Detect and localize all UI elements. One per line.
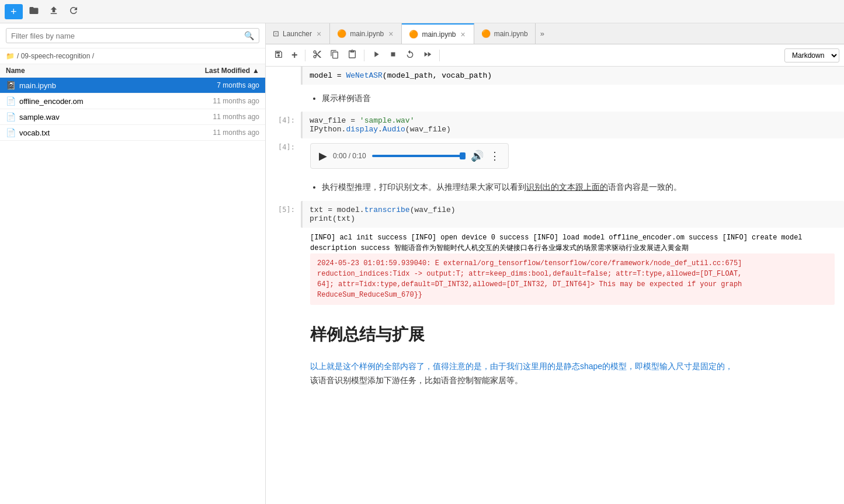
tab-main3[interactable]: 🟠 main.ipynb bbox=[474, 23, 536, 44]
main3-tab-label: main.ipynb bbox=[494, 30, 528, 38]
file-modified-vocab: 11 months ago bbox=[166, 128, 259, 137]
stop-button[interactable] bbox=[385, 48, 401, 62]
main2-tab-icon: 🟠 bbox=[409, 30, 418, 39]
file-modified-main: 7 months ago bbox=[166, 81, 259, 89]
file-modified-wav: 11 months ago bbox=[166, 113, 259, 121]
markdown-bullet-1: 展示样例语音 bbox=[322, 92, 835, 105]
tab-launcher[interactable]: ⊡ Launcher × bbox=[266, 23, 330, 44]
file-name-wav: sample.wav bbox=[19, 113, 166, 121]
cell-markdown-2: 执行模型推理，打印识别文本。从推理结果大家可以看到识别出的文本跟上面的语音内容是… bbox=[266, 173, 844, 200]
cell-content-audio4: ▶ 0:00 / 0:10 🔊 ⋮ bbox=[301, 138, 844, 173]
cell-content-md2: 执行模型推理，打印识别文本。从推理结果大家可以看到识别出的文本跟上面的语音内容是… bbox=[301, 173, 844, 200]
cell-content-truncated[interactable]: model = WeNetASR(model_path, vocab_path) bbox=[301, 67, 844, 85]
restart-button[interactable] bbox=[402, 47, 418, 63]
folder-button[interactable] bbox=[25, 3, 43, 20]
audio-time: 0:00 / 0:10 bbox=[333, 152, 366, 160]
file-icon-wav: 📄 bbox=[6, 112, 16, 121]
section-body-text: 以上就是这个样例的全部内容了，值得注意的是，由于我们这里用的是静态shape的模… bbox=[310, 360, 835, 388]
file-icon-om: 📄 bbox=[6, 96, 16, 106]
copy-button[interactable] bbox=[327, 47, 343, 63]
cell-content-code-5[interactable]: txt = model.transcribe(wav_file) print(t… bbox=[301, 201, 844, 228]
cell-gutter-md1 bbox=[266, 85, 301, 112]
cell-content-output5: [INFO] acl init success [INFO] open devi… bbox=[301, 228, 844, 310]
file-list-header: Name Last Modified ▲ bbox=[0, 64, 265, 78]
tab-bar: ⊡ Launcher × 🟠 main.ipynb × 🟠 main.ipynb… bbox=[266, 23, 844, 44]
sidebar-search-area: 🔍 bbox=[0, 23, 265, 48]
cell-markdown-1: 展示样例语音 bbox=[266, 85, 844, 112]
cell-truncated: model = WeNetASR(model_path, vocab_path) bbox=[266, 67, 844, 85]
cell-audio-4: [4]: ▶ 0:00 / 0:10 🔊 ⋮ bbox=[266, 138, 844, 173]
audio-player: ▶ 0:00 / 0:10 🔊 ⋮ bbox=[310, 143, 509, 169]
cell-content-md1: 展示样例语音 bbox=[301, 85, 844, 112]
toolbar-separator-1 bbox=[305, 50, 305, 61]
cell-code-4: [4]: wav_file = 'sample.wav' IPython.dis… bbox=[266, 112, 844, 138]
toolbar-separator-2 bbox=[364, 50, 364, 61]
cell-gutter-sectext bbox=[266, 355, 301, 392]
launcher-tab-label: Launcher bbox=[283, 30, 312, 38]
output-lines: [INFO] acl init success [INFO] open devi… bbox=[310, 232, 835, 253]
file-name-offline: offline_encoder.om bbox=[19, 97, 166, 106]
output-line-1: [INFO] acl init success [INFO] open devi… bbox=[310, 232, 835, 253]
cell-output-5: [INFO] acl init success [INFO] open devi… bbox=[266, 228, 844, 310]
toolbar-separator-3 bbox=[439, 50, 440, 61]
search-input[interactable] bbox=[11, 32, 244, 40]
file-item-main-ipynb[interactable]: 📓 main.ipynb 7 months ago bbox=[0, 78, 265, 93]
top-toolbar: + bbox=[0, 0, 844, 23]
paste-button[interactable] bbox=[344, 47, 360, 63]
column-name-label: Name bbox=[6, 67, 166, 75]
run-button[interactable] bbox=[368, 47, 384, 63]
tab-main1[interactable]: 🟠 main.ipynb × bbox=[330, 23, 402, 44]
file-item-sample-wav[interactable]: 📄 sample.wav 11 months ago bbox=[0, 109, 265, 125]
kernel-select[interactable]: Markdown Code Raw bbox=[784, 48, 839, 62]
cell-content-heading: 样例总结与扩展 bbox=[301, 310, 844, 355]
save-button[interactable] bbox=[270, 47, 287, 63]
tab-overflow-arrow[interactable]: » bbox=[536, 29, 549, 38]
cell-code-5: [5]: txt = model.transcribe(wav_file) pr… bbox=[266, 201, 844, 228]
audio-more-button[interactable]: ⋮ bbox=[489, 150, 500, 162]
file-modified-offline: 11 months ago bbox=[166, 97, 259, 105]
main1-tab-icon: 🟠 bbox=[337, 29, 346, 38]
launcher-tab-close[interactable]: × bbox=[315, 29, 322, 39]
cell-section-text: 以上就是这个样例的全部内容了，值得注意的是，由于我们这里用的是静态shape的模… bbox=[266, 355, 844, 392]
launcher-tab-icon: ⊡ bbox=[273, 29, 279, 38]
main2-tab-label: main.ipynb bbox=[422, 30, 456, 39]
file-list: 📓 main.ipynb 7 months ago 📄 offline_enco… bbox=[0, 78, 265, 504]
column-modified-label[interactable]: Last Modified ▲ bbox=[166, 67, 259, 75]
file-icon-txt: 📄 bbox=[6, 128, 16, 137]
main2-tab-close[interactable]: × bbox=[459, 30, 466, 39]
notebook-toolbar: + M bbox=[266, 44, 844, 67]
markdown-bullet-2: 执行模型推理，打印识别文本。从推理结果大家可以看到识别出的文本跟上面的语音内容是… bbox=[322, 180, 835, 193]
cell-gutter-heading bbox=[266, 310, 301, 355]
main1-tab-label: main.ipynb bbox=[350, 30, 384, 38]
section-text-blue: 以上就是这个样例的全部内容了，值得注意的是，由于我们这里用的是静态shape的模… bbox=[310, 362, 733, 371]
main3-tab-icon: 🟠 bbox=[481, 29, 491, 38]
search-icon: 🔍 bbox=[244, 31, 254, 40]
notebook-content: model = WeNetASR(model_path, vocab_path)… bbox=[266, 67, 844, 504]
file-name-main: main.ipynb bbox=[19, 81, 166, 90]
new-button[interactable]: + bbox=[5, 4, 23, 19]
tab-main2[interactable]: 🟠 main.ipynb × bbox=[402, 23, 474, 44]
cell-content-code-4[interactable]: wav_file = 'sample.wav' IPython.display.… bbox=[301, 112, 844, 138]
cell-gutter-4: [4]: bbox=[266, 112, 301, 138]
breadcrumb-text: / 09-speech-recognition / bbox=[17, 52, 94, 60]
file-name-vocab: vocab.txt bbox=[19, 128, 166, 137]
cell-content-sectext: 以上就是这个样例的全部内容了，值得注意的是，由于我们这里用的是静态shape的模… bbox=[301, 355, 844, 392]
main1-tab-close[interactable]: × bbox=[387, 29, 394, 39]
file-item-vocab-txt[interactable]: 📄 vocab.txt 11 months ago bbox=[0, 125, 265, 141]
file-icon-notebook: 📓 bbox=[6, 81, 16, 90]
audio-play-button[interactable]: ▶ bbox=[319, 150, 327, 162]
audio-volume-button[interactable]: 🔊 bbox=[471, 150, 484, 162]
refresh-button[interactable] bbox=[65, 3, 82, 20]
fast-forward-button[interactable] bbox=[419, 47, 436, 63]
output-error: 2024-05-23 01:01:59.939040: E external/o… bbox=[310, 253, 835, 305]
file-item-offline-encoder[interactable]: 📄 offline_encoder.om 11 months ago bbox=[0, 93, 265, 109]
sort-icon: ▲ bbox=[252, 67, 259, 75]
cut-button[interactable] bbox=[309, 47, 325, 63]
section-title: 样例总结与扩展 bbox=[310, 324, 835, 346]
cell-gutter-md2 bbox=[266, 173, 301, 200]
audio-progress-bar[interactable] bbox=[372, 155, 465, 157]
add-cell-button[interactable]: + bbox=[288, 47, 301, 64]
upload-button[interactable] bbox=[45, 3, 62, 20]
cell-gutter-output5 bbox=[266, 228, 301, 310]
breadcrumb: 📁 / 09-speech-recognition / bbox=[0, 48, 265, 64]
